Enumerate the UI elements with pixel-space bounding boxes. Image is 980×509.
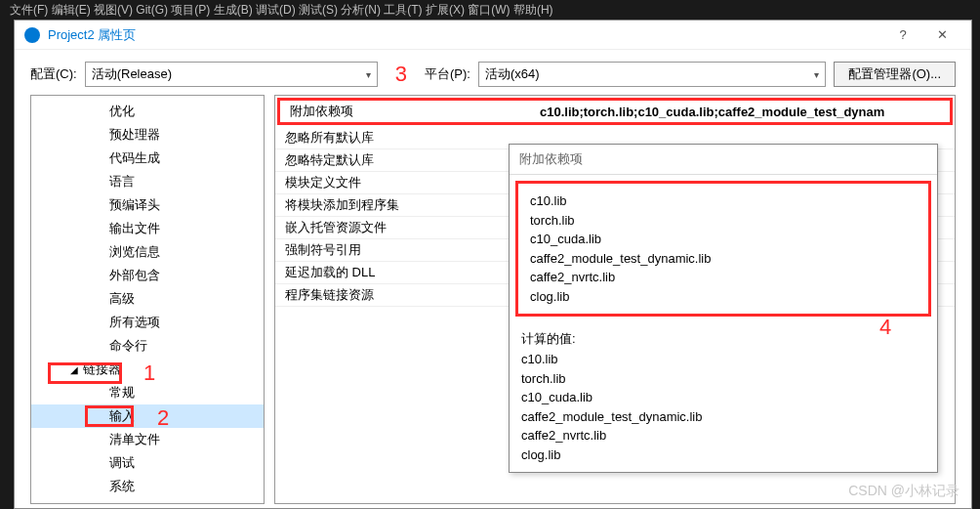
tree-item[interactable]: 代码生成 bbox=[31, 147, 264, 170]
tree-item-label: 优化 bbox=[109, 104, 135, 118]
close-button[interactable]: ✕ bbox=[922, 21, 961, 49]
expander-icon[interactable]: ◢ bbox=[70, 364, 80, 375]
chevron-down-icon: ▾ bbox=[366, 69, 371, 80]
property-label: 延迟加载的 DLL bbox=[275, 262, 529, 283]
tree-item-label: 语言 bbox=[109, 174, 135, 189]
computed-line: torch.lib bbox=[521, 369, 925, 389]
tree-item-label: 预编译头 bbox=[109, 197, 160, 212]
tree-item[interactable]: 常规 bbox=[31, 381, 264, 404]
property-label: 程序集链接资源 bbox=[275, 284, 529, 306]
tree-item[interactable]: 清单文件 bbox=[31, 428, 264, 451]
tree-item[interactable]: 调试 bbox=[31, 451, 264, 475]
tree-item[interactable]: 输入 bbox=[31, 404, 264, 428]
tree-item-label: 常规 bbox=[109, 385, 135, 400]
tree-item-label: 链接器 bbox=[83, 361, 121, 376]
annotation-3: 3 bbox=[395, 62, 407, 87]
tree-item[interactable]: 高级 bbox=[31, 287, 264, 311]
tree-item[interactable]: 所有选项 bbox=[31, 311, 264, 334]
tree-item-label: 清单文件 bbox=[109, 432, 160, 446]
ide-menubar: 文件(F) 编辑(E) 视图(V) Git(G) 项目(P) 生成(B) 调试(… bbox=[0, 0, 980, 20]
tree-item[interactable]: ◢链接器 bbox=[31, 358, 264, 381]
config-bar: 配置(C): 活动(Release) ▾ 3 平台(P): 活动(x64) ▾ … bbox=[15, 50, 971, 95]
edit-line: c10_cuda.lib bbox=[530, 230, 917, 249]
dialog-title: Project2 属性页 bbox=[48, 26, 883, 44]
tree-item-label: 所有选项 bbox=[109, 315, 160, 329]
dialog-titlebar: Project2 属性页 ? ✕ bbox=[15, 21, 971, 50]
property-pages-dialog: Project2 属性页 ? ✕ 配置(C): 活动(Release) ▾ 3 … bbox=[14, 20, 972, 509]
computed-line: c10.lib bbox=[521, 350, 925, 369]
property-value[interactable] bbox=[529, 136, 955, 140]
tree-item[interactable]: 优化 bbox=[31, 498, 264, 504]
edit-line: torch.lib bbox=[530, 211, 917, 231]
tree-item-label: 高级 bbox=[109, 291, 135, 306]
tree-item-label: 输入 bbox=[109, 408, 135, 423]
app-icon bbox=[24, 27, 40, 43]
tree-item-label: 预处理器 bbox=[109, 127, 160, 142]
category-tree[interactable]: 优化预处理器代码生成语言预编译头输出文件浏览信息外部包含高级所有选项命令行◢链接… bbox=[30, 95, 265, 504]
additional-dependencies-popup: 附加依赖项 c10.libtorch.libc10_cuda.libcaffe2… bbox=[509, 144, 938, 473]
platform-value: 活动(x64) bbox=[485, 65, 540, 83]
help-button[interactable]: ? bbox=[883, 21, 922, 49]
tree-item-label: 系统 bbox=[109, 479, 135, 493]
tree-item[interactable]: 语言 bbox=[31, 170, 264, 193]
computed-line: caffe2_module_test_dynamic.lib bbox=[521, 407, 925, 427]
tree-item[interactable]: 输出文件 bbox=[31, 217, 264, 240]
edit-line: caffe2_nvrtc.lib bbox=[530, 268, 917, 287]
tree-item-label: 代码生成 bbox=[109, 150, 160, 165]
tree-item[interactable]: 系统 bbox=[31, 475, 264, 498]
popup-title: 附加依赖项 bbox=[510, 145, 937, 175]
property-label: 忽略特定默认库 bbox=[275, 149, 529, 171]
tree-item-label: 优化 bbox=[109, 502, 135, 504]
config-combo[interactable]: 活动(Release) ▾ bbox=[85, 62, 378, 87]
property-label: 强制符号引用 bbox=[275, 239, 529, 261]
tree-item-label: 浏览信息 bbox=[109, 244, 160, 259]
platform-label: 平台(P): bbox=[425, 65, 470, 83]
tree-item[interactable]: 预处理器 bbox=[31, 123, 264, 147]
tree-item-label: 调试 bbox=[109, 455, 135, 470]
config-value: 活动(Release) bbox=[92, 65, 172, 83]
tree-item[interactable]: 命令行 bbox=[31, 334, 264, 358]
computed-label: 计算的值: bbox=[510, 322, 937, 350]
tree-item[interactable]: 优化 bbox=[31, 100, 264, 123]
platform-combo[interactable]: 活动(x64) ▾ bbox=[478, 62, 827, 87]
tree-item-label: 输出文件 bbox=[109, 221, 160, 235]
property-label: 忽略所有默认库 bbox=[275, 127, 529, 148]
property-label: 附加依赖项 bbox=[280, 101, 534, 122]
dependencies-editbox[interactable]: c10.libtorch.libc10_cuda.libcaffe2_modul… bbox=[515, 181, 931, 317]
property-label: 嵌入托管资源文件 bbox=[275, 217, 529, 238]
tree-item[interactable]: 外部包含 bbox=[31, 264, 264, 287]
config-label: 配置(C): bbox=[30, 65, 77, 83]
tree-item[interactable]: 预编译头 bbox=[31, 193, 264, 217]
edit-line: caffe2_module_test_dynamic.lib bbox=[530, 249, 917, 269]
computed-line: caffe2_nvrtc.lib bbox=[521, 426, 925, 445]
property-label: 将模块添加到程序集 bbox=[275, 194, 529, 216]
tree-item-label: 命令行 bbox=[109, 338, 147, 353]
edit-line: clog.lib bbox=[530, 287, 917, 307]
computed-line: c10_cuda.lib bbox=[521, 388, 925, 407]
computed-values: c10.libtorch.libc10_cuda.libcaffe2_modul… bbox=[510, 350, 937, 472]
computed-line: clog.lib bbox=[521, 445, 925, 465]
edit-line: c10.lib bbox=[530, 191, 917, 211]
property-row[interactable]: 附加依赖项c10.lib;torch.lib;c10_cuda.lib;caff… bbox=[277, 98, 953, 125]
property-value[interactable]: c10.lib;torch.lib;c10_cuda.lib;caffe2_mo… bbox=[534, 103, 950, 121]
property-label: 模块定义文件 bbox=[275, 172, 529, 193]
chevron-down-icon: ▾ bbox=[814, 69, 819, 80]
tree-item-label: 外部包含 bbox=[109, 268, 160, 282]
tree-item[interactable]: 浏览信息 bbox=[31, 240, 264, 264]
config-manager-button[interactable]: 配置管理器(O)... bbox=[834, 62, 956, 87]
